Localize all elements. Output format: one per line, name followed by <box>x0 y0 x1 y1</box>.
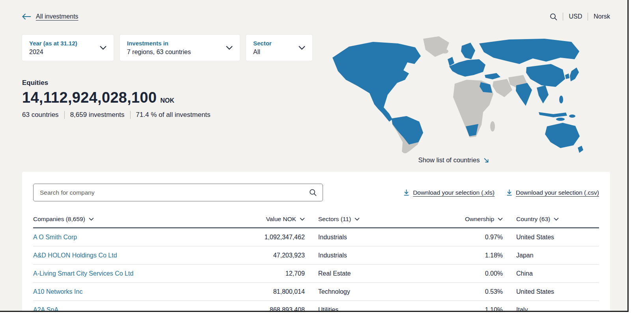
column-value[interactable]: Value NOK <box>240 216 305 223</box>
download-arrow-icon <box>506 189 512 196</box>
download-xls-label: Download your selection (.xls) <box>413 189 495 196</box>
app-window: All investments USD Norsk Year (as at 31… <box>0 0 629 312</box>
download-xls-link[interactable]: Download your selection (.xls) <box>403 189 495 196</box>
ownership-cell: 1.18% <box>432 252 503 259</box>
sector-cell: Industrials <box>305 234 432 241</box>
filter-sector-value: All <box>253 49 272 56</box>
ownership-cell: 0.53% <box>432 288 503 295</box>
value-cell: 81,800,014 <box>240 288 305 295</box>
value-cell: 47,203,923 <box>240 252 305 259</box>
country-cell: United States <box>503 234 599 241</box>
summary-category: Equities <box>22 79 324 87</box>
chevron-down-icon <box>299 46 305 50</box>
amount-currency: NOK <box>160 97 174 104</box>
chevron-down-icon <box>498 218 503 221</box>
back-link-all-investments[interactable]: All investments <box>22 13 78 20</box>
download-arrow-icon <box>403 189 409 196</box>
company-link[interactable]: A&D HOLON Holdings Co Ltd <box>33 252 240 259</box>
ownership-cell: 0.97% <box>432 234 503 241</box>
country-cell: Japan <box>503 252 599 259</box>
download-csv-link[interactable]: Download your selection (.csv) <box>506 189 599 196</box>
holdings-panel: Download your selection (.xls) Download … <box>22 172 610 312</box>
value-cell: 1,092,347,462 <box>240 234 305 241</box>
table-row: A O Smith Corp 1,092,347,462 Industrials… <box>33 228 599 246</box>
company-link[interactable]: A O Smith Corp <box>33 234 240 241</box>
company-link[interactable]: A2A SpA <box>33 306 240 312</box>
column-companies[interactable]: Companies (8,659) <box>33 216 240 223</box>
filter-year-label: Year (as at 31.12) <box>29 40 77 47</box>
column-sectors[interactable]: Sectors (11) <box>305 216 432 223</box>
search-input[interactable] <box>33 184 323 201</box>
chevron-down-icon <box>100 46 106 50</box>
search-icon[interactable] <box>550 13 557 21</box>
table-body: A O Smith Corp 1,092,347,462 Industrials… <box>33 228 599 312</box>
table-row: A&D HOLON Holdings Co Ltd 47,203,923 Ind… <box>33 246 599 265</box>
country-cell: China <box>503 270 599 277</box>
sector-cell: Technology <box>305 288 432 295</box>
ownership-cell: 1.10% <box>432 306 503 312</box>
total-amount: 14,112,924,028,100 <box>22 89 157 106</box>
company-link[interactable]: A-Living Smart City Services Co Ltd <box>33 270 240 277</box>
equities-summary: Equities 14,112,924,028,100 NOK 63 count… <box>22 79 324 119</box>
table-row: A2A SpA 868,893,408 Utilities 1.10% Ital… <box>33 301 599 312</box>
map-column: Show list of countries <box>324 35 586 164</box>
stat-share: 71.4 % of all investments <box>130 111 211 119</box>
divider <box>563 13 563 21</box>
sector-cell: Utilities <box>305 306 432 312</box>
column-country[interactable]: Country (63) <box>503 216 599 223</box>
value-cell: 12,709 <box>240 270 305 277</box>
divider <box>588 13 588 21</box>
stat-countries: 63 countries <box>22 111 59 119</box>
show-country-list-label: Show list of countries <box>418 156 480 164</box>
filter-sector[interactable]: Sector All <box>246 35 312 61</box>
filter-regions-label: Investments in <box>127 40 191 47</box>
topbar-actions: USD Norsk <box>550 13 610 21</box>
chevron-down-icon <box>355 218 360 221</box>
chevron-down-icon <box>554 218 559 221</box>
value-cell: 868,893,408 <box>240 306 305 312</box>
filter-year[interactable]: Year (as at 31.12) 2024 <box>22 35 114 61</box>
language-toggle[interactable]: Norsk <box>594 13 610 20</box>
summary-stats: 63 countries 8,659 investments 71.4 % of… <box>22 111 324 119</box>
ownership-cell: 0.00% <box>432 270 503 277</box>
show-country-list-link[interactable]: Show list of countries <box>324 156 584 164</box>
table-header: Companies (8,659) Value NOK Sectors (11)… <box>33 216 599 228</box>
company-search <box>33 184 323 201</box>
world-map[interactable] <box>324 35 584 153</box>
magnifier-icon[interactable] <box>309 189 317 198</box>
download-csv-label: Download your selection (.csv) <box>516 189 599 196</box>
filter-regions-value: 7 regions, 63 countries <box>127 49 191 56</box>
country-cell: United States <box>503 288 599 295</box>
column-ownership[interactable]: Ownership <box>432 216 503 223</box>
stat-investments: 8,659 investments <box>64 111 125 119</box>
table-row: A10 Networks Inc 81,800,014 Technology 0… <box>33 283 599 301</box>
diagonal-arrow-icon <box>483 157 489 163</box>
back-link-label: All investments <box>36 13 78 20</box>
table-row: A-Living Smart City Services Co Ltd 12,7… <box>33 265 599 283</box>
sector-cell: Industrials <box>305 252 432 259</box>
currency-toggle[interactable]: USD <box>569 13 582 20</box>
download-actions: Download your selection (.xls) Download … <box>403 189 599 196</box>
country-cell: Italy <box>503 306 599 312</box>
company-link[interactable]: A10 Networks Inc <box>33 288 240 295</box>
filter-regions[interactable]: Investments in 7 regions, 63 countries <box>120 35 240 61</box>
main-content: Year (as at 31.12) 2024 Investments in 7… <box>0 35 627 164</box>
filter-year-value: 2024 <box>29 49 77 56</box>
chevron-down-icon <box>226 46 233 50</box>
topbar: All investments USD Norsk <box>0 0 627 21</box>
chevron-down-icon <box>300 218 305 221</box>
filter-bar: Year (as at 31.12) 2024 Investments in 7… <box>22 35 324 61</box>
filter-sector-label: Sector <box>253 40 272 47</box>
left-column: Year (as at 31.12) 2024 Investments in 7… <box>0 35 324 119</box>
arrow-left-icon <box>22 13 31 20</box>
sector-cell: Real Estate <box>305 270 432 277</box>
chevron-down-icon <box>89 218 94 221</box>
